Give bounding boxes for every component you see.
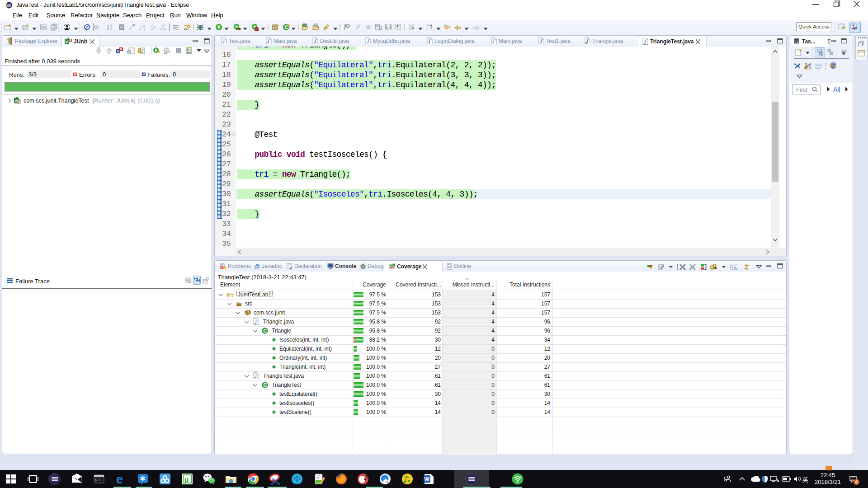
svg-text:C:\_: C:\_ bbox=[95, 478, 103, 482]
svg-text:μ: μ bbox=[184, 475, 189, 483]
svg-text:C: C bbox=[264, 382, 267, 388]
svg-text:C: C bbox=[264, 328, 267, 333]
svg-text:e: e bbox=[116, 473, 123, 485]
svg-text:@: @ bbox=[254, 263, 260, 270]
svg-text:¶: ¶ bbox=[396, 25, 399, 29]
svg-text:W: W bbox=[425, 476, 430, 483]
